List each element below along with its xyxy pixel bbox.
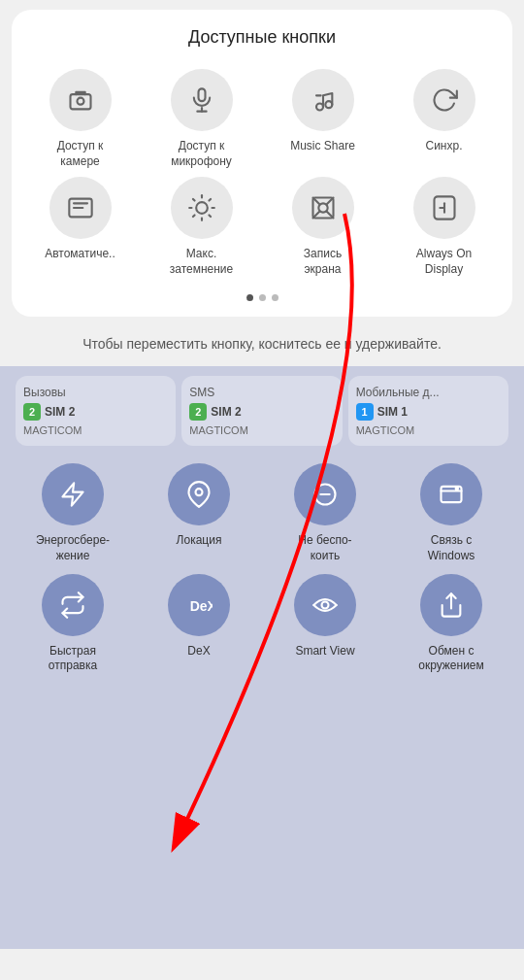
music-label: Music Share: [290, 139, 355, 154]
active-button-share[interactable]: Обмен сокружением: [390, 574, 512, 674]
active-button-location[interactable]: Локация: [138, 463, 260, 563]
top-button-brightness[interactable]: Макс.затемнение: [143, 177, 260, 277]
top-button-screen[interactable]: Записьэкрана: [264, 177, 381, 277]
sim-row: Вызовы 2 SIM 2 MAGTICOM SMS 2 SIM 2 MAGT…: [12, 376, 512, 446]
hint-text: Чтобы переместить кнопку, коснитесь ее и…: [29, 334, 495, 355]
brightness-label: Макс.затемнение: [170, 247, 234, 277]
sim-badge-row: 1 SIM 1: [356, 403, 501, 421]
svg-point-32: [456, 488, 458, 490]
active-button-dnd[interactable]: Не беспо-коить: [264, 463, 386, 563]
dnd-circle[interactable]: [294, 463, 356, 525]
sim-operator: MAGTICOM: [189, 424, 334, 436]
pagination-dots: [21, 294, 503, 301]
sync-circle[interactable]: [413, 69, 475, 131]
active-button-windows[interactable]: Связь сWindows: [390, 463, 512, 563]
page-wrapper: Доступные кнопки Доступ ккамере Доступ к…: [0, 10, 524, 949]
svg-line-17: [192, 216, 194, 218]
bottom-area: Вызовы 2 SIM 2 MAGTICOM SMS 2 SIM 2 MAGT…: [0, 366, 524, 949]
auto-circle[interactable]: [49, 177, 112, 239]
sim-title: SMS: [189, 386, 334, 399]
svg-point-34: [322, 601, 329, 608]
active-button-energy[interactable]: Энергосбере-жение: [12, 463, 134, 563]
smartview-label: Smart View: [295, 644, 354, 659]
svg-text:DeX: DeX: [190, 597, 213, 613]
sim-badge-row: 2 SIM 2: [189, 403, 334, 421]
svg-line-14: [209, 216, 211, 218]
dex-label: DeX: [187, 644, 210, 659]
send-label: Быстраяотправка: [49, 644, 97, 674]
screen-label: Записьэкрана: [304, 247, 342, 277]
location-label: Локация: [177, 533, 222, 549]
sim-operator: MAGTICOM: [356, 424, 501, 436]
svg-line-13: [192, 199, 194, 201]
mic-circle[interactable]: [171, 69, 233, 131]
svg-rect-0: [70, 94, 90, 109]
aod-label: Always OnDisplay: [416, 247, 472, 277]
active-button-dex[interactable]: DeX DeX: [138, 574, 260, 674]
sim-title: Вызовы: [23, 386, 168, 399]
share-circle[interactable]: [420, 574, 482, 636]
windows-label: Связь сWindows: [428, 533, 475, 563]
brightness-circle[interactable]: [171, 177, 233, 239]
top-panel: Доступные кнопки Доступ ккамере Доступ к…: [12, 10, 512, 317]
pagination-dot-0: [246, 294, 253, 301]
sim-item-sms[interactable]: SMS 2 SIM 2 MAGTICOM: [181, 376, 342, 446]
sync-label: Синхр.: [425, 139, 462, 154]
sim-item-мобильные-д...[interactable]: Мобильные д... 1 SIM 1 MAGTICOM: [348, 376, 508, 446]
sim-name: SIM 1: [377, 405, 408, 419]
sim-title: Мобильные д...: [356, 386, 501, 399]
top-button-music[interactable]: Music Share: [264, 69, 381, 169]
sim-badge: 1: [356, 403, 374, 421]
top-button-sync[interactable]: Синхр.: [385, 69, 503, 169]
sim-name: SIM 2: [45, 405, 75, 419]
aod-circle[interactable]: [413, 177, 475, 239]
music-circle[interactable]: [292, 69, 354, 131]
top-button-mic[interactable]: Доступ кмикрофону: [143, 69, 260, 169]
sim-name: SIM 2: [211, 405, 241, 419]
svg-point-1: [77, 98, 83, 105]
camera-circle[interactable]: [49, 69, 112, 131]
dnd-label: Не беспо-коить: [298, 533, 351, 563]
sim-item-вызовы[interactable]: Вызовы 2 SIM 2 MAGTICOM: [16, 376, 176, 446]
sim-badge-row: 2 SIM 2: [23, 403, 168, 421]
svg-point-10: [196, 202, 208, 214]
auto-label: Автоматиче..: [45, 247, 115, 262]
pagination-dot-2: [272, 294, 278, 301]
top-buttons-grid: Доступ ккамере Доступ кмикрофону Music S…: [21, 69, 503, 277]
top-button-auto[interactable]: Автоматиче..: [21, 177, 139, 277]
pagination-dot-1: [259, 294, 266, 301]
svg-point-28: [196, 490, 203, 496]
panel-title: Доступные кнопки: [21, 27, 503, 48]
top-button-aod[interactable]: Always OnDisplay: [385, 177, 503, 277]
sim-operator: MAGTICOM: [23, 424, 168, 436]
svg-rect-2: [198, 88, 205, 101]
svg-line-18: [209, 199, 211, 201]
sim-badge: 2: [189, 403, 207, 421]
active-button-smartview[interactable]: Smart View: [264, 574, 386, 674]
top-button-camera[interactable]: Доступ ккамере: [21, 69, 139, 169]
screen-circle[interactable]: [292, 177, 354, 239]
location-circle[interactable]: [168, 463, 230, 525]
sim-badge: 2: [23, 403, 41, 421]
mic-label: Доступ кмикрофону: [171, 139, 232, 169]
energy-label: Энергосбере-жение: [36, 533, 110, 563]
smartview-circle[interactable]: [294, 574, 356, 636]
windows-circle[interactable]: [420, 463, 482, 525]
send-circle[interactable]: [42, 574, 104, 636]
energy-circle[interactable]: [42, 463, 104, 525]
dex-circle[interactable]: DeX: [168, 574, 230, 636]
active-grid: Энергосбере-жение Локация Не беспо-коить…: [12, 463, 512, 673]
camera-label: Доступ ккамере: [57, 139, 104, 169]
share-label: Обмен сокружением: [418, 644, 484, 674]
active-button-send[interactable]: Быстраяотправка: [12, 574, 134, 674]
